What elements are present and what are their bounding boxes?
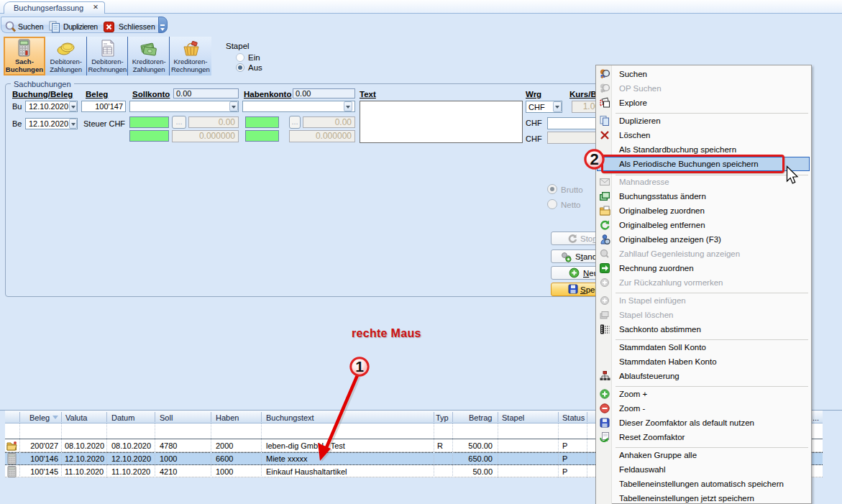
svg-text:1: 1 <box>355 358 364 375</box>
svg-text:2: 2 <box>590 150 598 168</box>
